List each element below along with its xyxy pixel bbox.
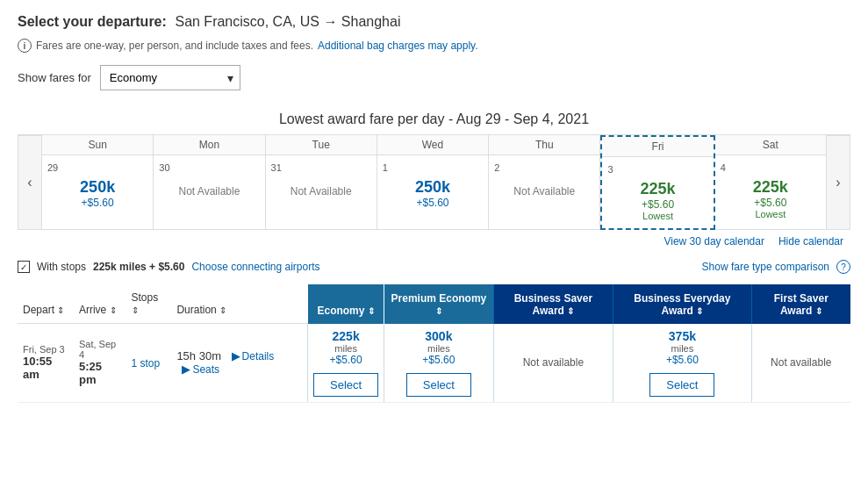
day-surcharge-sat: +$5.60: [754, 197, 786, 209]
day-na-mon: Not Available: [179, 185, 240, 197]
day-cell-mon: 30 Not Available: [154, 155, 264, 226]
col-business-everyday: Business Everyday Award ⇕: [613, 284, 751, 324]
day-surcharge-wed: +$5.60: [416, 197, 448, 209]
fare-type-select[interactable]: Economy Business First: [100, 65, 240, 90]
day-header-sat: Sat: [715, 135, 826, 155]
stops-miles: 225k miles + $5.60: [93, 261, 184, 273]
show-fares-row: Show fares for Economy Business First: [18, 65, 850, 90]
premium-miles: 300k: [390, 329, 487, 343]
cal-days: Sun 29 250k +$5.60 Mon 30 Not Available: [42, 135, 826, 230]
page-title: Select your departure:: [18, 14, 167, 29]
with-stops-checkbox[interactable]: [18, 261, 30, 273]
depart-date: Fri, Sep 3: [23, 344, 68, 355]
business-everyday-select-wrapper: Select: [619, 370, 745, 397]
details-link[interactable]: Details: [242, 350, 275, 362]
cal-links: View 30 day calendar Hide calendar: [18, 230, 850, 253]
day-num-thu: 2: [494, 162, 499, 173]
economy-miles: 225k: [313, 329, 378, 343]
day-surcharge-sun: +$5.60: [82, 197, 114, 209]
economy-surcharge: +$5.60: [313, 354, 378, 366]
business-everyday-select-button[interactable]: Select: [649, 373, 714, 397]
day-price-sun: 250k: [80, 178, 115, 197]
day-surcharge-fri: +$5.60: [642, 198, 674, 211]
first-saver-na: Not available: [771, 356, 831, 369]
flight-duration-cell: 15h 30m ▶Details ▶Seats: [171, 324, 307, 403]
col-premium-economy: Premium Economy ⇕: [384, 284, 493, 324]
depart-time: 10:55 am: [23, 355, 68, 381]
day-cell-wed: 1 250k +$5.60: [377, 155, 488, 226]
show-fares-label: Show fares for: [18, 71, 91, 84]
business-everyday-miles: 375k: [619, 329, 745, 343]
seats-link[interactable]: Seats: [192, 363, 219, 376]
day-num-sun: 29: [47, 162, 58, 173]
calendar-title: Lowest award fare per day - Aug 29 - Sep…: [18, 103, 850, 134]
premium-surcharge: +$5.60: [390, 354, 487, 366]
cal-day-thu[interactable]: Thu 2 Not Available: [489, 135, 600, 230]
fares-note-bar: i Fares are one-way, per person, and inc…: [18, 39, 850, 53]
business-everyday-surcharge: +$5.60: [619, 354, 745, 366]
cal-day-mon[interactable]: Mon 30 Not Available: [154, 135, 265, 230]
day-cell-sun: 29 250k +$5.60: [42, 155, 153, 226]
col-duration[interactable]: Duration ⇕: [171, 284, 307, 324]
details-triangle-icon: ▶: [232, 349, 240, 362]
cal-day-fri[interactable]: Fri 3 225k +$5.60 Lowest: [600, 135, 714, 230]
arrive-date: Sat, Sep 4: [79, 339, 121, 360]
day-num-fri: 3: [607, 164, 613, 175]
col-arrive[interactable]: Arrive ⇕: [74, 284, 126, 324]
premium-select-wrapper: Select: [390, 370, 487, 397]
premium-economy-price-cell: 300k miles +$5.60 Select: [384, 324, 493, 403]
route-text: San Francisco, CA, US → Shanghai: [175, 14, 400, 29]
day-lowest-sat: Lowest: [755, 209, 786, 219]
day-cell-tue: 31 Not Available: [266, 155, 377, 226]
day-num-sat: 4: [721, 162, 726, 173]
cal-day-wed[interactable]: Wed 1 250k +$5.60: [377, 135, 489, 230]
bag-charges-link[interactable]: Additional bag charges may apply.: [318, 39, 478, 52]
flight-stops-cell: 1 stop: [126, 324, 172, 403]
day-cell-fri: 3 225k +$5.60 Lowest: [602, 157, 713, 228]
day-price-sat: 225k: [753, 178, 788, 197]
seats-triangle-icon: ▶: [182, 362, 190, 376]
cal-next-button[interactable]: ›: [826, 135, 850, 230]
business-saver-na: Not available: [523, 356, 584, 369]
day-header-tue: Tue: [266, 135, 377, 155]
day-num-wed: 1: [383, 162, 388, 173]
premium-miles-label: miles: [390, 343, 487, 354]
calendar-section: Lowest award fare per day - Aug 29 - Sep…: [18, 103, 850, 253]
business-everyday-price-cell: 375k miles +$5.60 Select: [613, 324, 751, 403]
stops-link[interactable]: 1 stop: [132, 357, 161, 370]
day-lowest-fri: Lowest: [642, 211, 673, 221]
economy-select-wrapper: Select: [313, 370, 378, 397]
arrive-time: 5:25 pm: [79, 360, 121, 386]
cal-day-sun[interactable]: Sun 29 250k +$5.60: [42, 135, 154, 230]
day-header-thu: Thu: [489, 135, 599, 155]
fare-type-select-wrapper[interactable]: Economy Business First: [100, 65, 240, 90]
day-header-wed: Wed: [377, 135, 488, 155]
col-depart[interactable]: Depart ⇕: [18, 284, 74, 324]
premium-select-button[interactable]: Select: [406, 373, 471, 397]
col-first-saver: First Saver Award ⇕: [751, 284, 850, 324]
flight-arrive-cell: Sat, Sep 4 5:25 pm: [74, 324, 126, 403]
duration-value: 15h 30m: [176, 349, 221, 362]
fares-note-text: Fares are one-way, per person, and inclu…: [36, 39, 313, 52]
day-header-sun: Sun: [42, 135, 153, 155]
with-stops-label: With stops: [37, 261, 86, 273]
col-economy: Economy ⇕: [308, 284, 384, 324]
day-header-mon: Mon: [154, 135, 264, 155]
economy-select-button[interactable]: Select: [313, 373, 378, 397]
day-num-mon: 30: [159, 162, 169, 173]
first-saver-cell: Not available: [751, 324, 850, 403]
day-header-fri: Fri: [602, 137, 713, 157]
business-saver-cell: Not available: [493, 324, 613, 403]
cal-day-sat[interactable]: Sat 4 225k +$5.60 Lowest: [715, 135, 826, 230]
hide-calendar-link[interactable]: Hide calendar: [778, 235, 843, 248]
cal-prev-button[interactable]: ‹: [18, 135, 42, 230]
day-price-wed: 250k: [415, 178, 450, 197]
col-stops[interactable]: Stops ⇕: [126, 284, 172, 324]
economy-price-cell: 225k miles +$5.60 Select: [308, 324, 384, 403]
view-30day-link[interactable]: View 30 day calendar: [664, 235, 764, 248]
cal-day-tue[interactable]: Tue 31 Not Available: [266, 135, 377, 230]
choose-airports-link[interactable]: Choose connecting airports: [191, 261, 319, 273]
fare-comparison-link[interactable]: Show fare type comparison: [702, 261, 829, 273]
results-table: Depart ⇕ Arrive ⇕ Stops ⇕ Duration ⇕ Eco…: [18, 284, 850, 403]
fare-comparison-help-icon[interactable]: ?: [836, 260, 850, 274]
